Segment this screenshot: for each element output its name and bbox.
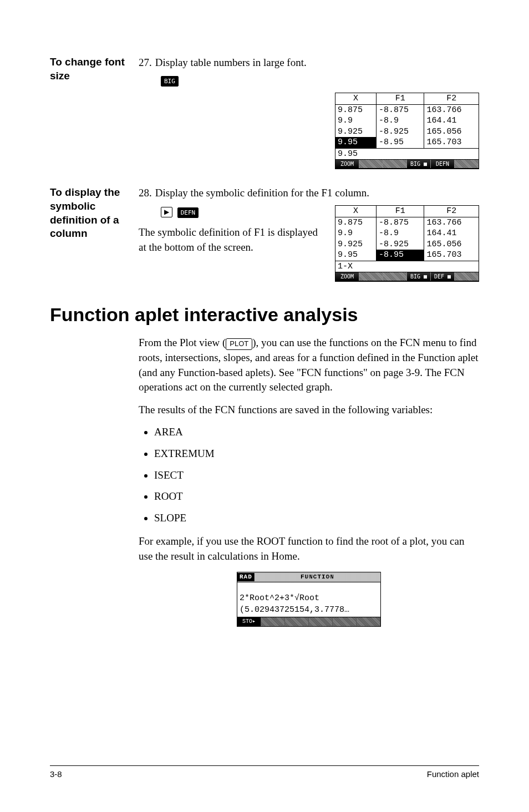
list-item: ISECT xyxy=(154,468,479,483)
main-heading: Function aplet interactive analysis xyxy=(50,304,479,326)
calc-screen-1: XF1F29.875-8.875163.7669.9-8.9164.419.92… xyxy=(335,93,479,169)
rad-indicator: RAD xyxy=(237,573,255,581)
list-item: AREA xyxy=(154,425,479,440)
step-number: 27. xyxy=(139,55,152,70)
para-1: From the Plot view (PLOT), you can use t… xyxy=(139,336,479,394)
list-item: ROOT xyxy=(154,489,479,504)
list-item: SLOPE xyxy=(154,511,479,526)
home-title-text: FUNCTION xyxy=(255,573,380,581)
side-heading-font-size: To change font size xyxy=(50,55,139,169)
step-text: Display the symbolic definition for the … xyxy=(155,186,369,201)
calc-screen-2: XF1F29.875-8.875163.7669.9-8.9164.419.92… xyxy=(335,205,479,282)
side-heading-symbolic-def: To display the symbolic definition of a … xyxy=(50,186,139,282)
right-arrow-key: ▶ xyxy=(161,207,172,217)
para-2: The results of the FCN functions are sav… xyxy=(139,403,479,418)
softkey-big: BIG xyxy=(161,76,179,87)
para-3: For example, if you use the ROOT functio… xyxy=(139,534,479,564)
home-screen: RAD FUNCTION 2*Root^2+3*√Root (5.0294372… xyxy=(237,572,381,627)
list-item: EXTREMUM xyxy=(154,446,479,461)
plot-key: PLOT xyxy=(226,338,252,349)
softkey-defn: DEFN xyxy=(177,207,199,218)
footer-title: Function aplet xyxy=(427,769,479,779)
step-number: 28. xyxy=(139,186,152,201)
home-line1: 2*Root^2+3*√Root xyxy=(240,592,378,604)
variable-list: AREAEXTREMUMISECTROOTSLOPE xyxy=(154,425,479,525)
home-softkeys: STO▸ xyxy=(237,617,380,626)
symbolic-note: The symbolic definition of F1 is display… xyxy=(139,225,325,255)
page-footer: 3-8 Function aplet xyxy=(50,765,479,779)
home-line2: (5.02943725154,3.7778… xyxy=(240,604,378,616)
page-number: 3-8 xyxy=(50,769,62,779)
step-27: 27. Display table numbers in large font. xyxy=(139,55,479,70)
step-28: 28. Display the symbolic definition for … xyxy=(139,186,479,201)
step-text: Display table numbers in large font. xyxy=(155,55,307,70)
